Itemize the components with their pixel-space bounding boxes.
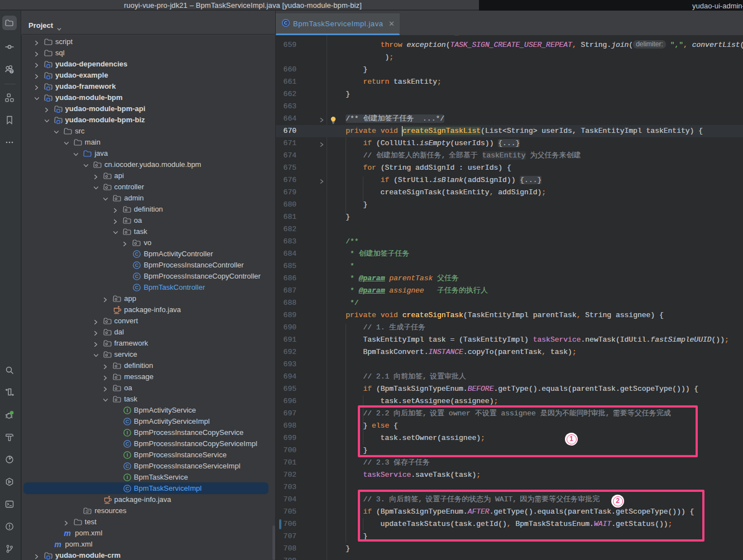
svg-text:C: C (126, 463, 130, 469)
svg-text:C: C (135, 285, 139, 290)
svg-text:I: I (127, 452, 128, 458)
svg-text:C: C (284, 20, 288, 26)
svg-text:C: C (126, 419, 130, 424)
svg-text:m: m (54, 540, 61, 549)
svg-text:C: C (135, 274, 139, 279)
svg-text:?: ? (11, 69, 13, 73)
svg-text:I: I (127, 408, 128, 413)
svg-text:I: I (127, 475, 128, 480)
svg-text:C: C (126, 441, 130, 447)
svg-text:m: m (64, 529, 71, 538)
svg-text:C: C (126, 486, 130, 491)
svg-text:I: I (127, 430, 128, 435)
svg-text:C: C (135, 262, 139, 268)
svg-text:C: C (135, 251, 139, 257)
